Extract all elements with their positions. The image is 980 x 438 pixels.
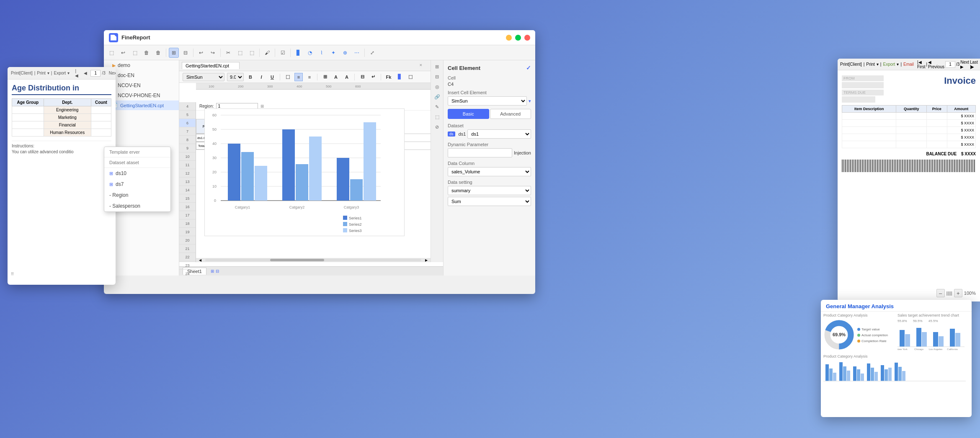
next-button[interactable]: Next (107, 70, 116, 76)
region-expand-icon[interactable]: ⊞ (260, 104, 264, 108)
line-chart-button[interactable]: ⌇ (317, 48, 327, 58)
dropdown-region-item[interactable]: - Region (104, 190, 170, 201)
rt-icon-3[interactable]: ◎ (433, 82, 442, 91)
tab-close-icon[interactable]: × (420, 62, 422, 67)
scroll-left-button[interactable]: ◀ (196, 258, 204, 262)
horizontal-scrollbar[interactable]: ◀ ▶ (196, 258, 431, 262)
font-color-button[interactable]: A (343, 73, 351, 81)
redo-button[interactable]: ↪ (208, 48, 218, 58)
scatter-chart-button[interactable]: ✦ (328, 48, 338, 58)
print-client-label: Print[Client] (11, 71, 33, 75)
table-view-button[interactable]: ⊞ (169, 48, 179, 58)
invoice-content: FROM TERMS DUE Invoice Item Description … (838, 70, 980, 177)
rt-icon-1[interactable]: ⊞ (433, 62, 442, 71)
insert-font-select[interactable]: SimSun (448, 96, 527, 106)
rt-icon-7[interactable]: ⊘ (433, 122, 442, 131)
scroll-thumb[interactable] (270, 259, 324, 261)
inv-export-button[interactable]: Export (883, 62, 895, 67)
sheet-icon-2[interactable]: ⊟ (216, 269, 219, 273)
maximize-button[interactable]: □ (515, 35, 521, 41)
svg-rect-64 (871, 368, 874, 381)
dropdown-salesperson-item[interactable]: - Salesperson (104, 201, 170, 211)
drag-icon[interactable]: ⠿ (11, 272, 14, 276)
zoom-slider[interactable]: ||||| (946, 291, 952, 296)
formula-button[interactable]: Fk (384, 73, 393, 81)
data-setting-field: Data setting summary Sum (448, 180, 531, 206)
print-button[interactable]: Print (37, 71, 46, 75)
align-left-button[interactable]: ⬚ (284, 73, 292, 81)
svg-rect-47 (950, 329, 955, 347)
inv-first[interactable]: |◀ First (917, 60, 925, 69)
open-button[interactable]: ↩ (118, 48, 128, 58)
dropdown-item-ds10[interactable]: ⊞ ds10 (104, 168, 170, 179)
gauge-chart-button[interactable]: ⊕ (340, 48, 350, 58)
zoom-minus-icon[interactable]: – (936, 289, 945, 297)
italic-button[interactable]: I (257, 73, 266, 81)
expand-button[interactable]: ⤢ (367, 48, 377, 58)
dept-financial: Financial (44, 121, 91, 129)
dynamic-param-input[interactable] (448, 148, 512, 157)
right-toolbar: ⊞ ⊟ ◎ 🔗 ✎ ⬚ ⊘ (431, 60, 443, 262)
rt-icon-5[interactable]: ✎ (433, 102, 442, 111)
document-tab[interactable]: GettingStartedEN.cpt (182, 62, 240, 69)
dropdown-item-ds7[interactable]: ⊞ ds7 (104, 179, 170, 190)
inv-print-button[interactable]: Print (866, 62, 875, 67)
tab-advanced[interactable]: Advanced (490, 109, 531, 119)
svg-rect-25 (309, 137, 322, 201)
rt-icon-2[interactable]: ⊟ (433, 72, 442, 81)
delete-button[interactable]: 🗑 (153, 48, 163, 58)
bold-button[interactable]: B (246, 73, 255, 81)
fill-color-button[interactable]: A (332, 73, 340, 81)
inv-email-button[interactable]: Email (903, 62, 914, 67)
paste-button[interactable]: ⬚ (247, 48, 257, 58)
chart-view-button[interactable]: ⊟ (181, 48, 191, 58)
zoom-plus-icon[interactable]: + (954, 289, 962, 297)
scroll-right-button[interactable]: ▶ (422, 258, 431, 262)
svg-rect-46 (939, 336, 944, 347)
align-right-button[interactable]: ≡ (305, 73, 314, 81)
font-selector[interactable]: SimSun (183, 73, 224, 81)
data-column-select[interactable]: sales_Volume (448, 167, 531, 176)
rt-icon-6[interactable]: ⬚ (433, 112, 442, 121)
pie-chart-button[interactable]: ◔ (305, 48, 315, 58)
page-input[interactable] (90, 70, 101, 77)
close-button[interactable]: × (524, 35, 530, 41)
first-button[interactable]: |◀ (73, 68, 80, 78)
check-button[interactable]: ☑ (278, 48, 288, 58)
svg-rect-36 (343, 228, 347, 232)
cut-button[interactable]: ✂ (223, 48, 233, 58)
save-button[interactable]: ⬚ (130, 48, 140, 58)
print-button[interactable]: 🗑 (142, 48, 152, 58)
minimize-button[interactable]: – (506, 35, 512, 41)
copy-button[interactable]: ⬚ (235, 48, 245, 58)
svg-rect-56 (833, 373, 836, 381)
panel-check-icon[interactable]: ✓ (526, 64, 531, 71)
underline-button[interactable]: U (268, 73, 276, 81)
new-button[interactable]: ⬚ (106, 48, 116, 58)
data-setting-select[interactable]: summary (448, 186, 531, 195)
dataset-select[interactable]: ds1 (467, 129, 531, 139)
font-size-selector[interactable]: 9.0 (227, 73, 244, 81)
tab-basic[interactable]: Basic (448, 109, 489, 119)
inv-next[interactable]: Next ▶ (960, 60, 969, 69)
inv-last[interactable]: Last |▶ (970, 60, 978, 69)
undo-button[interactable]: ↩ (196, 48, 206, 58)
image-button[interactable]: ⬚ (406, 73, 415, 81)
wrap-button[interactable]: ↵ (369, 73, 377, 81)
sheet-icon-1[interactable]: ⊞ (211, 269, 214, 273)
merge-button[interactable]: ⊟ (358, 73, 366, 81)
export-button[interactable]: Export (54, 71, 66, 75)
bar-chart-small-button[interactable]: ▊ (395, 73, 404, 81)
inv-prev[interactable]: ◀ Previous (928, 60, 944, 69)
align-center-button[interactable]: ≡ (294, 73, 303, 81)
prev-button[interactable]: ◀ (82, 70, 89, 76)
insert-expand-icon[interactable]: ▾ (529, 98, 531, 104)
more-chart-button[interactable]: ⋯ (352, 48, 362, 58)
dept-hr: Human Resources (44, 129, 91, 137)
inv-page-input[interactable] (945, 61, 955, 68)
border-button[interactable]: ⊞ (321, 73, 329, 81)
sum-select[interactable]: Sum (448, 197, 531, 206)
format-painter-button[interactable]: 🖌 (262, 48, 272, 58)
bar-chart-button[interactable]: ▊ (293, 48, 303, 58)
rt-icon-4[interactable]: 🔗 (433, 92, 442, 101)
